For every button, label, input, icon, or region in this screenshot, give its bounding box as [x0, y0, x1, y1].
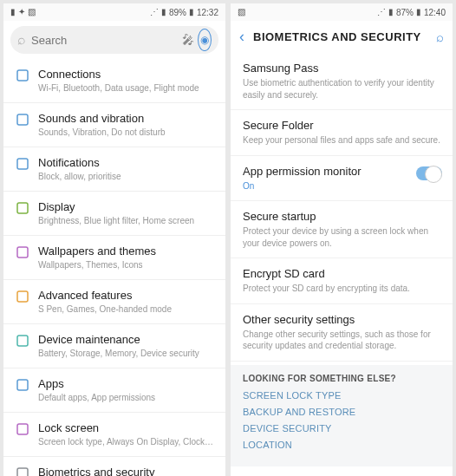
svg-rect-5	[17, 291, 28, 302]
indicator-icon: ✦	[18, 8, 25, 16]
settings-row-connections[interactable]: ConnectionsWi-Fi, Bluetooth, Data usage,…	[3, 59, 225, 103]
row-title: Display	[38, 200, 215, 213]
settings-row-display[interactable]: DisplayBrightness, Blue light filter, Ho…	[3, 192, 225, 236]
row-title: Device maintenance	[38, 333, 215, 346]
settings-row-advanced[interactable]: Advanced featuresS Pen, Games, One-hande…	[3, 280, 225, 324]
battery-text: 87%	[396, 8, 414, 17]
status-bar: ▮ ✦ ▧ ⋰ ▮ 89% ▮ 12:32	[3, 3, 225, 21]
security-list[interactable]: Samsung PassUse biometric authentication…	[231, 53, 453, 476]
status-bar: ▧ ⋰ ▮ 87% ▮ 12:40	[231, 3, 453, 21]
row-subtitle: S Pen, Games, One-handed mode	[38, 303, 215, 315]
person-icon: ◉	[200, 34, 209, 46]
page-title: BIOMETRICS AND SECURITY	[253, 30, 436, 43]
lock-icon	[16, 422, 29, 436]
svg-rect-6	[17, 336, 28, 346]
row-title: Other security settings	[243, 313, 440, 326]
back-button[interactable]: ‹	[239, 28, 244, 46]
image-icon: ▧	[238, 8, 245, 16]
row-subtitle: Protect your SD card by encrypting its d…	[243, 283, 440, 295]
clock-text: 12:32	[197, 8, 218, 17]
looking-link[interactable]: DEVICE SECURITY	[243, 423, 440, 434]
svg-rect-1	[17, 114, 28, 125]
settings-row-biometrics[interactable]: Biometrics and securityIntelligent Scan,…	[3, 457, 225, 476]
security-row[interactable]: Encrypt SD cardProtect your SD card by e…	[231, 258, 453, 304]
search-bar[interactable]: ⌕ 🎤︎ ◉	[10, 26, 218, 54]
settings-row-maintenance[interactable]: Device maintenanceBattery, Storage, Memo…	[3, 324, 225, 368]
biometrics-screen: ▧ ⋰ ▮ 87% ▮ 12:40 ‹ BIOMETRICS AND SECUR…	[231, 3, 453, 476]
svg-rect-8	[17, 424, 28, 434]
row-subtitle: Keep your personal files and apps safe a…	[243, 134, 440, 147]
svg-rect-0	[17, 70, 28, 81]
row-title: Advanced features	[38, 289, 215, 302]
wifi-icon: ⋰	[377, 8, 386, 16]
row-subtitle: Default apps, App permissions	[38, 392, 215, 403]
signal-icon: ▮	[161, 8, 166, 16]
settings-row-lock[interactable]: Lock screenScreen lock type, Always On D…	[3, 413, 225, 457]
mic-icon[interactable]: 🎤︎	[182, 33, 194, 47]
toggle-switch[interactable]	[416, 166, 442, 180]
security-row[interactable]: Other security settingsChange other secu…	[231, 304, 453, 362]
looking-link[interactable]: SCREEN LOCK TYPE	[243, 390, 440, 401]
sound-icon	[16, 113, 29, 127]
settings-row-sound[interactable]: Sounds and vibrationSounds, Vibration, D…	[3, 103, 225, 147]
display-icon	[16, 201, 29, 215]
row-title: Notifications	[38, 156, 215, 169]
security-row[interactable]: Samsung PassUse biometric authentication…	[231, 53, 453, 110]
wallpaper-icon	[16, 245, 29, 259]
clock-text: 12:40	[424, 8, 446, 17]
search-input[interactable]	[26, 34, 182, 47]
svg-rect-7	[17, 380, 28, 390]
svg-rect-9	[17, 468, 28, 476]
security-row[interactable]: App permission monitorOn	[231, 156, 453, 202]
looking-link[interactable]: BACKUP AND RESTORE	[243, 407, 440, 417]
svg-rect-3	[17, 203, 28, 213]
svg-rect-4	[17, 247, 28, 258]
search-button[interactable]: ⌕	[436, 29, 444, 44]
row-subtitle: Protect your device by using a screen lo…	[243, 225, 440, 249]
row-title: Encrypt SD card	[243, 267, 440, 280]
row-title: Sounds and vibration	[38, 112, 215, 125]
advanced-icon	[16, 290, 29, 303]
row-subtitle: Screen lock type, Always On Display, Clo…	[38, 436, 215, 447]
signal-icon: ▮	[388, 8, 394, 16]
row-title: Wallpapers and themes	[38, 245, 215, 258]
apps-icon	[16, 378, 29, 392]
settings-row-apps[interactable]: AppsDefault apps, App permissions	[3, 368, 225, 413]
row-subtitle: Battery, Storage, Memory, Device securit…	[38, 348, 215, 359]
settings-row-wallpaper[interactable]: Wallpapers and themesWallpapers, Themes,…	[3, 236, 225, 280]
row-subtitle: Change other security settings, such as …	[243, 329, 440, 352]
security-row[interactable]: Secure FolderKeep your personal files an…	[231, 110, 453, 156]
row-title: Secure Folder	[243, 119, 440, 132]
notifications-icon	[16, 157, 29, 171]
row-title: Lock screen	[38, 421, 215, 434]
battery-text: 89%	[169, 8, 186, 17]
row-title: Samsung Pass	[243, 62, 440, 75]
maintenance-icon	[16, 334, 29, 348]
row-subtitle: Brightness, Blue light filter, Home scre…	[38, 215, 215, 226]
row-subtitle: Use biometric authentication to verify y…	[243, 77, 440, 101]
row-title: Connections	[38, 68, 215, 81]
settings-row-notifications[interactable]: NotificationsBlock, allow, prioritise	[3, 147, 225, 192]
row-title: Biometrics and security	[38, 466, 215, 476]
wifi-icon: ⋰	[150, 8, 159, 16]
svg-rect-2	[17, 159, 28, 169]
page-header: ‹ BIOMETRICS AND SECURITY ⌕	[231, 21, 453, 53]
row-subtitle: Wi-Fi, Bluetooth, Data usage, Flight mod…	[38, 82, 215, 94]
row-title: Apps	[38, 377, 215, 390]
looking-for-section: LOOKING FOR SOMETHING ELSE?SCREEN LOCK T…	[231, 365, 453, 466]
security-row[interactable]: Secure startupProtect your device by usi…	[231, 201, 453, 258]
looking-header: LOOKING FOR SOMETHING ELSE?	[243, 374, 440, 383]
image-icon: ▧	[28, 8, 36, 16]
settings-screen: ▮ ✦ ▧ ⋰ ▮ 89% ▮ 12:32 ⌕ 🎤︎ ◉ Connections…	[3, 3, 225, 476]
profile-button[interactable]: ◉	[198, 29, 212, 51]
settings-list[interactable]: ConnectionsWi-Fi, Bluetooth, Data usage,…	[3, 59, 225, 476]
row-subtitle: Sounds, Vibration, Do not disturb	[38, 127, 215, 138]
row-subtitle: On	[243, 180, 440, 192]
connections-icon	[16, 68, 29, 82]
looking-link[interactable]: LOCATION	[243, 440, 440, 450]
row-title: App permission monitor	[243, 165, 440, 178]
row-subtitle: Wallpapers, Themes, Icons	[38, 259, 215, 271]
row-subtitle: Block, allow, prioritise	[38, 171, 215, 182]
battery-icon: ▮	[189, 8, 194, 16]
battery-icon: ▮	[416, 8, 421, 16]
